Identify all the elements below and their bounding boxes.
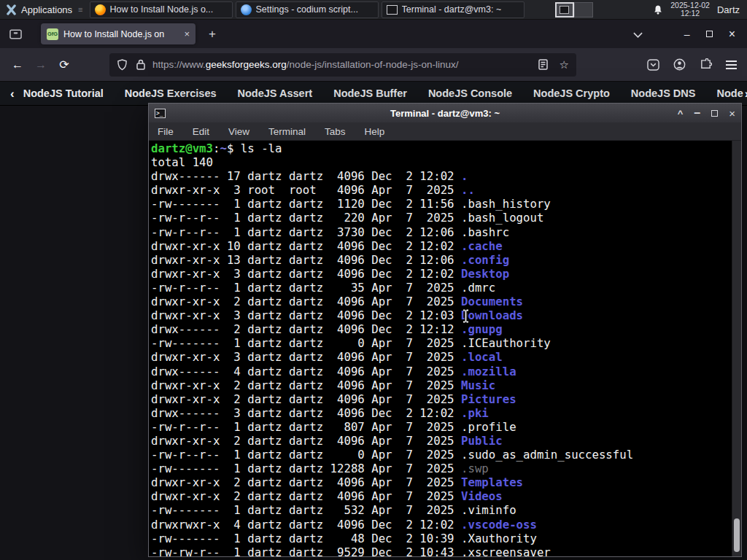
- reload-button[interactable]: ⟳: [53, 58, 76, 71]
- taskbar-window-title: Terminal - dartz@vm3: ~: [402, 4, 502, 15]
- terminal-scrollbar[interactable]: [732, 141, 741, 556]
- listing-attributes: drwxr-xr-x 13 dartz dartz 4096 Dec 2 12:…: [151, 253, 461, 267]
- navbar-link[interactable]: NodeJS Console: [428, 88, 512, 99]
- url-domain: geeksforgeeks.org: [206, 59, 287, 70]
- back-button[interactable]: ←: [6, 58, 29, 71]
- panel-clock[interactable]: 2025-12-02 12:12: [670, 1, 710, 18]
- terminal-listing-row: -rw------- 1 dartz dartz 48 Dec 2 10:39 …: [151, 532, 729, 545]
- terminal-listing-row: drwxr-xr-x 2 dartz dartz 4096 Apr 7 2025…: [151, 392, 729, 406]
- listing-attributes: drwxr-xr-x 2 dartz dartz 4096 Apr 7 2025: [151, 434, 461, 448]
- navbar-link[interactable]: NodeJS DNS: [631, 88, 696, 99]
- terminal-listing-row: drwxr-xr-x 3 dartz dartz 4096 Dec 2 12:0…: [151, 308, 729, 322]
- account-icon[interactable]: [673, 58, 686, 71]
- lock-icon[interactable]: [136, 59, 145, 70]
- taskbar-window-button[interactable]: Settings - codium script...: [236, 1, 379, 18]
- listing-attributes: -rw-rw-r-- 1 dartz dartz 9529 Dec 2 10:4…: [151, 545, 461, 556]
- terminal-listing-row: drwx------ 2 dartz dartz 4096 Dec 2 12:1…: [151, 322, 729, 336]
- terminal-listing-row: drwxr-xr-x 2 dartz dartz 4096 Apr 7 2025…: [151, 434, 729, 448]
- navbar-link[interactable]: NodeJS Buffer: [333, 88, 407, 99]
- window-close-button[interactable]: ×: [729, 28, 735, 41]
- firefox-view-button[interactable]: [4, 25, 26, 44]
- listing-attributes: drwxr-xr-x 3 dartz dartz 4096 Dec 2 12:0…: [151, 308, 461, 322]
- terminal-listing-row: drwxr-xr-x 2 dartz dartz 4096 Apr 7 2025…: [151, 475, 729, 489]
- workspace-2[interactable]: [574, 2, 593, 18]
- terminal-menu-item[interactable]: File: [158, 126, 174, 137]
- terminal-scrollbar-thumb[interactable]: [734, 518, 740, 552]
- window-maximize-button[interactable]: [706, 31, 713, 37]
- reader-view-icon[interactable]: [538, 59, 548, 70]
- terminal-listing-row: drwxr-xr-x 2 dartz dartz 4096 Apr 7 2025…: [151, 378, 729, 392]
- listing-filename: .gnupg: [461, 322, 503, 336]
- tab-close-icon[interactable]: ×: [184, 28, 190, 39]
- navbar-scroll-left-icon[interactable]: ‹: [10, 88, 15, 100]
- workspace-1[interactable]: [555, 2, 574, 18]
- new-tab-button[interactable]: +: [203, 27, 222, 42]
- terminal-listing-row: -rw-rw-r-- 1 dartz dartz 9529 Dec 2 10:4…: [151, 545, 729, 556]
- terminal-output[interactable]: dartz@vm3:~$ ls -la total 140 drwx------…: [149, 141, 741, 556]
- tracking-protection-shield-icon[interactable]: [117, 59, 128, 71]
- listing-attributes: drwxr-xr-x 3 dartz dartz 4096 Apr 7 2025: [151, 350, 461, 364]
- terminal-maximize-button[interactable]: [711, 110, 718, 117]
- navbar-link[interactable]: NodeJS Assert: [238, 88, 313, 99]
- terminal-minimize-button[interactable]: –: [694, 106, 700, 120]
- terminal-shade-button[interactable]: ^: [678, 108, 684, 119]
- terminal-menu-item[interactable]: Terminal: [268, 126, 306, 137]
- extensions-puzzle-icon[interactable]: [700, 58, 712, 71]
- terminal-menu-bar: File Edit View Terminal Tabs Help: [149, 122, 741, 141]
- applications-label: Applications: [21, 4, 72, 15]
- terminal-listing-row: drwxr-xr-x 2 dartz dartz 4096 Apr 7 2025…: [151, 295, 729, 308]
- taskbar-window-icon: [387, 5, 398, 15]
- listing-attributes: drwxr-xr-x 2 dartz dartz 4096 Apr 7 2025: [151, 392, 461, 406]
- listing-attributes: drwx------ 4 dartz dartz 4096 Apr 7 2025: [151, 365, 461, 378]
- listing-attributes: -rw------- 1 dartz dartz 532 Apr 7 2025: [151, 503, 461, 517]
- listing-attributes: -rw------- 1 dartz dartz 12288 Apr 7 202…: [151, 462, 461, 475]
- prompt-user-host: dartz@vm3: [151, 141, 213, 155]
- prompt-command: $ ls -la: [227, 141, 282, 155]
- window-minimize-button[interactable]: –: [684, 28, 690, 40]
- clock-time: 12:12: [670, 9, 710, 18]
- terminal-listing-row: drwx------ 17 dartz dartz 4096 Dec 2 12:…: [151, 169, 729, 183]
- browser-navigation-toolbar: ← → ⟳ https://www.geeksforgeeks.org/node…: [0, 48, 747, 82]
- pocket-icon[interactable]: [647, 59, 659, 71]
- url-bar[interactable]: https://www.geeksforgeeks.org/node-js/in…: [109, 53, 576, 77]
- navbar-link[interactable]: NodeJS Exercises: [125, 88, 217, 99]
- listing-attributes: -rw------- 1 dartz dartz 0 Apr 7 2025: [151, 336, 461, 350]
- app-menu-hamburger-icon[interactable]: [726, 58, 737, 71]
- terminal-close-button[interactable]: ×: [729, 107, 735, 120]
- listing-filename: ..: [461, 183, 475, 197]
- taskbar-window-button[interactable]: How to Install Node.js o...: [90, 1, 233, 18]
- url-scheme: https://www.: [152, 59, 206, 70]
- navbar-link[interactable]: NodeJS Tutorial: [23, 88, 104, 99]
- listing-attributes: drwxr-xr-x 10 dartz dartz 4096 Dec 2 12:…: [151, 239, 461, 253]
- terminal-menu-item[interactable]: Edit: [193, 126, 209, 137]
- url-text[interactable]: https://www.geeksforgeeks.org/node-js/in…: [152, 59, 533, 70]
- prompt-cwd: ~: [220, 141, 226, 155]
- terminal-menu-item[interactable]: Tabs: [325, 126, 346, 137]
- listing-attributes: drwxrwxr-x 4 dartz dartz 4096 Dec 2 12:0…: [151, 518, 461, 532]
- bookmark-star-icon[interactable]: ☆: [560, 58, 569, 71]
- listing-filename: Documents: [461, 295, 523, 308]
- navbar-links: NodeJS Tutorial NodeJS Exercises NodeJS …: [23, 88, 743, 99]
- navbar-link[interactable]: Node: [716, 88, 743, 99]
- navbar-link[interactable]: NodeJS Crypto: [533, 88, 610, 99]
- terminal-listing-row: -rw------- 1 dartz dartz 12288 Apr 7 202…: [151, 462, 729, 475]
- listing-attributes: -rw-r--r-- 1 dartz dartz 3730 Dec 2 12:0…: [151, 225, 461, 239]
- listing-filename: .ICEauthority: [461, 336, 551, 350]
- terminal-title-bar[interactable]: >_ Terminal - dartz@vm3: ~ ^ – ×: [149, 104, 741, 122]
- terminal-menu-item[interactable]: Help: [365, 126, 385, 137]
- listing-filename: .vscode-oss: [461, 518, 537, 532]
- taskbar-window-button[interactable]: Terminal - dartz@vm3: ~: [382, 1, 525, 18]
- applications-menu-button[interactable]: Applications: [0, 0, 78, 20]
- workspace-pager[interactable]: [555, 2, 593, 18]
- terminal-menu-item[interactable]: View: [228, 126, 249, 137]
- listing-attributes: drwxr-xr-x 2 dartz dartz 4096 Apr 7 2025: [151, 378, 461, 392]
- forward-button[interactable]: →: [29, 58, 53, 71]
- terminal-listing-row: drwxrwxr-x 4 dartz dartz 4096 Dec 2 12:0…: [151, 518, 729, 532]
- listing-filename: Downloads: [461, 308, 523, 322]
- list-all-tabs-button[interactable]: [626, 28, 651, 41]
- terminal-listing-row: -rw------- 1 dartz dartz 532 Apr 7 2025 …: [151, 503, 729, 517]
- ibeam-mouse-cursor: [462, 309, 470, 323]
- browser-tab-active[interactable]: GfG How to Install Node.js on ×: [41, 23, 196, 44]
- notification-bell-icon[interactable]: [653, 4, 663, 15]
- terminal-listing-row: -rw-r--r-- 1 dartz dartz 3730 Dec 2 12:0…: [151, 225, 729, 239]
